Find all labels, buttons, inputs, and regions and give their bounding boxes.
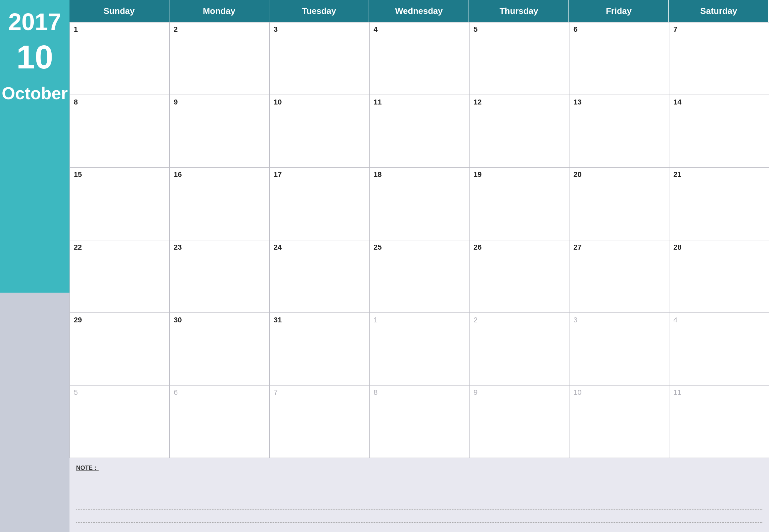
day-header-friday: Friday	[569, 0, 669, 22]
day-number: 26	[473, 243, 565, 252]
day-number: 17	[274, 170, 365, 179]
day-cell[interactable]: 15	[69, 167, 169, 240]
sidebar-month-num: 10	[16, 40, 53, 73]
day-header-sunday: Sunday	[69, 0, 169, 22]
day-cell[interactable]: 5	[69, 385, 169, 458]
day-number: 11	[374, 98, 465, 106]
sidebar-year: 2017	[8, 10, 61, 34]
day-number: 27	[573, 243, 665, 252]
day-header-thursday: Thursday	[469, 0, 569, 22]
day-number: 31	[274, 316, 365, 324]
day-cell[interactable]: 8	[69, 95, 169, 168]
day-number: 14	[673, 98, 765, 106]
notes-line-3	[76, 502, 762, 510]
day-number: 4	[673, 316, 765, 324]
day-cell[interactable]: 3	[569, 313, 669, 386]
day-number: 7	[673, 25, 765, 34]
day-cell[interactable]: 18	[369, 167, 469, 240]
day-cell[interactable]: 7	[669, 22, 769, 95]
day-number: 20	[573, 170, 665, 179]
day-cell[interactable]: 19	[469, 167, 569, 240]
day-number: 3	[573, 316, 665, 324]
day-cell[interactable]: 25	[369, 240, 469, 313]
day-number: 2	[174, 25, 265, 34]
day-cell[interactable]: 6	[569, 22, 669, 95]
day-number: 1	[374, 316, 465, 324]
day-cell[interactable]: 5	[469, 22, 569, 95]
day-cell[interactable]: 29	[69, 313, 169, 386]
day-cell[interactable]: 2	[169, 22, 269, 95]
day-number: 7	[274, 388, 365, 397]
day-number: 12	[473, 98, 565, 106]
day-number: 25	[374, 243, 465, 252]
day-cell[interactable]: 21	[669, 167, 769, 240]
day-cell[interactable]: 2	[469, 313, 569, 386]
day-cell[interactable]: 3	[269, 22, 369, 95]
day-number: 18	[374, 170, 465, 179]
day-cell[interactable]: 20	[569, 167, 669, 240]
day-cell[interactable]: 10	[269, 95, 369, 168]
day-cell[interactable]: 6	[169, 385, 269, 458]
day-number: 23	[174, 243, 265, 252]
day-cell[interactable]: 22	[69, 240, 169, 313]
day-cell[interactable]: 30	[169, 313, 269, 386]
day-number: 21	[673, 170, 765, 179]
day-number: 8	[374, 388, 465, 397]
day-cell[interactable]: 13	[569, 95, 669, 168]
day-number: 6	[573, 25, 665, 34]
day-number: 10	[573, 388, 665, 397]
day-number: 6	[174, 388, 265, 397]
notes-line-4	[76, 515, 762, 523]
day-header-monday: Monday	[169, 0, 269, 22]
day-number: 15	[74, 170, 165, 179]
calendar-grid: 1234567891011121314151617181920212223242…	[69, 22, 769, 458]
day-number: 13	[573, 98, 665, 106]
day-number: 3	[274, 25, 365, 34]
day-cell[interactable]: 4	[669, 313, 769, 386]
day-cell[interactable]: 24	[269, 240, 369, 313]
day-number: 8	[74, 98, 165, 106]
day-cell[interactable]: 9	[169, 95, 269, 168]
notes-label: NOTE：	[76, 464, 762, 472]
day-cell[interactable]: 26	[469, 240, 569, 313]
day-cell[interactable]: 1	[69, 22, 169, 95]
day-cell[interactable]: 11	[669, 385, 769, 458]
day-number: 24	[274, 243, 365, 252]
day-header-saturday: Saturday	[669, 0, 769, 22]
day-cell[interactable]: 31	[269, 313, 369, 386]
day-number: 1	[74, 25, 165, 34]
day-number: 4	[374, 25, 465, 34]
calendar-container: 2017 10 October SundayMondayTuesdayWedne…	[0, 0, 769, 532]
day-cell[interactable]: 4	[369, 22, 469, 95]
notes-line-2	[76, 489, 762, 496]
notes-area: NOTE：	[69, 458, 769, 532]
notes-line-1	[76, 476, 762, 483]
day-cell[interactable]: 14	[669, 95, 769, 168]
day-cell[interactable]: 9	[469, 385, 569, 458]
day-number: 22	[74, 243, 165, 252]
day-cell[interactable]: 17	[269, 167, 369, 240]
day-number: 2	[473, 316, 565, 324]
day-cell[interactable]: 11	[369, 95, 469, 168]
day-cell[interactable]: 27	[569, 240, 669, 313]
day-cell[interactable]: 7	[269, 385, 369, 458]
day-number: 29	[74, 316, 165, 324]
day-cell[interactable]: 23	[169, 240, 269, 313]
day-number: 11	[673, 388, 765, 397]
day-number: 10	[274, 98, 365, 106]
day-number: 9	[473, 388, 565, 397]
day-cell[interactable]: 12	[469, 95, 569, 168]
sidebar-month-name: October	[2, 83, 67, 103]
day-cell[interactable]: 1	[369, 313, 469, 386]
main-area: SundayMondayTuesdayWednesdayThursdayFrid…	[69, 0, 769, 532]
day-cell[interactable]: 16	[169, 167, 269, 240]
day-number: 30	[174, 316, 265, 324]
day-cell[interactable]: 8	[369, 385, 469, 458]
day-number: 9	[174, 98, 265, 106]
day-header-wednesday: Wednesday	[369, 0, 469, 22]
day-cell[interactable]: 28	[669, 240, 769, 313]
day-number: 28	[673, 243, 765, 252]
day-header-tuesday: Tuesday	[269, 0, 369, 22]
day-cell[interactable]: 10	[569, 385, 669, 458]
day-headers: SundayMondayTuesdayWednesdayThursdayFrid…	[69, 0, 769, 22]
